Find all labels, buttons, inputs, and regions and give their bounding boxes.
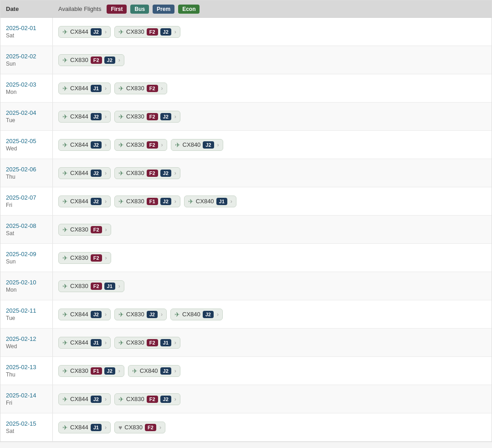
chevron-right-icon: › bbox=[105, 170, 107, 176]
flight-number: CX830 bbox=[126, 396, 144, 402]
class-badge-f: F2 bbox=[91, 254, 102, 262]
bus-badge: Bus bbox=[130, 5, 149, 14]
date-cell: 2025-02-11Tue bbox=[0, 300, 53, 328]
flight-pill[interactable]: ✈CX840J1› bbox=[184, 196, 236, 207]
flights-cell: ✈CX844J2›✈CX830F2J2› bbox=[53, 385, 492, 413]
plane-icon: ✈ bbox=[62, 85, 68, 92]
flights-cell: ✈CX844J2›✈CX830F2J2› bbox=[53, 103, 492, 130]
flight-pill[interactable]: ✈CX844J2› bbox=[58, 26, 111, 38]
date-link[interactable]: 2025-02-07 bbox=[6, 194, 36, 201]
chevron-right-icon: › bbox=[105, 142, 107, 148]
class-badge-j: J2 bbox=[91, 170, 102, 177]
date-link[interactable]: 2025-02-02 bbox=[6, 53, 36, 60]
plane-icon: ✈ bbox=[62, 28, 68, 36]
flight-pill[interactable]: ✈CX840J2› bbox=[128, 365, 180, 377]
class-badge-f: F2 bbox=[147, 113, 158, 120]
date-link[interactable]: 2025-02-01 bbox=[6, 25, 36, 31]
date-cell: 2025-02-10Mon bbox=[0, 272, 53, 300]
class-badge-j: J2 bbox=[160, 28, 171, 36]
flight-pill[interactable]: ✈CX830F2J2› bbox=[114, 167, 180, 179]
plane-icon: ✈ bbox=[118, 28, 124, 36]
flight-pill[interactable]: ✈CX830F2› bbox=[58, 252, 111, 264]
plane-icon: ✈ bbox=[62, 226, 68, 233]
flight-pill[interactable]: ✈CX844J2› bbox=[58, 167, 111, 179]
flight-pill[interactable]: ✈CX830F2J2› bbox=[114, 111, 180, 123]
table-row: 2025-02-07Fri✈CX844J2›✈CX830F1J2›✈CX840J… bbox=[0, 187, 492, 216]
flights-cell: ✈CX830F2J2› bbox=[53, 46, 492, 74]
flights-cell: ✈CX830F2› bbox=[53, 216, 492, 243]
flight-number: CX830 bbox=[126, 311, 144, 318]
plane-icon: ✈ bbox=[188, 198, 194, 205]
date-link[interactable]: 2025-02-06 bbox=[6, 166, 36, 173]
chevron-right-icon: › bbox=[105, 340, 107, 346]
flight-number: CX830 bbox=[126, 141, 144, 148]
flight-number: CX844 bbox=[70, 28, 88, 35]
chevron-right-icon: › bbox=[105, 396, 107, 402]
flight-number: CX844 bbox=[70, 339, 88, 346]
flight-pill[interactable]: ✈CX830F2J1› bbox=[114, 337, 180, 349]
date-cell: 2025-02-15Sat bbox=[0, 413, 53, 441]
flight-pill[interactable]: ✈CX830F2J2› bbox=[114, 393, 180, 405]
plane-icon: ✈ bbox=[62, 113, 68, 120]
day-label: Sat bbox=[6, 32, 14, 39]
chevron-right-icon: › bbox=[118, 368, 120, 374]
flight-pill[interactable]: ✈CX830F2J2› bbox=[58, 54, 124, 66]
flights-column-header: Available Flights First Bus Prem Econ bbox=[58, 5, 486, 14]
class-badge-f: F2 bbox=[147, 85, 158, 92]
flights-cell: ✈CX844J2›✈CX830J2›✈CX840J2› bbox=[53, 300, 492, 328]
flight-pill[interactable]: ✈CX840J2› bbox=[170, 309, 223, 320]
flight-pill[interactable]: ♥CX830F2› bbox=[114, 422, 165, 433]
date-link[interactable]: 2025-02-13 bbox=[6, 364, 36, 371]
flight-number: CX830 bbox=[124, 424, 143, 431]
flight-pill[interactable]: ✈CX840J2› bbox=[171, 139, 223, 151]
flight-number: CX844 bbox=[70, 85, 88, 92]
chevron-right-icon: › bbox=[174, 198, 176, 205]
class-badge-f: F2 bbox=[147, 339, 158, 346]
date-link[interactable]: 2025-02-10 bbox=[6, 279, 36, 286]
flight-pill[interactable]: ✈CX844J1› bbox=[58, 82, 111, 94]
class-badge-f: F2 bbox=[147, 28, 158, 36]
flight-pill[interactable]: ✈CX830F2J1› bbox=[58, 280, 124, 292]
table-row: 2025-02-05Wed✈CX844J2›✈CX830F2›✈CX840J2› bbox=[0, 131, 492, 159]
prem-badge: Prem bbox=[153, 5, 174, 14]
plane-icon: ✈ bbox=[175, 141, 180, 149]
flight-pill[interactable]: ✈CX844J2› bbox=[58, 196, 111, 207]
flight-pill[interactable]: ✈CX830F1J2› bbox=[114, 196, 180, 207]
date-column-header: Date bbox=[6, 5, 58, 12]
day-label: Fri bbox=[6, 400, 12, 406]
flight-pill[interactable]: ✈CX830J2› bbox=[114, 309, 167, 320]
chevron-right-icon: › bbox=[105, 311, 107, 318]
date-link[interactable]: 2025-02-04 bbox=[6, 109, 36, 116]
flight-pill[interactable]: ✈CX844J2› bbox=[58, 139, 111, 151]
class-badge-f: F2 bbox=[91, 226, 102, 233]
plane-icon: ✈ bbox=[118, 396, 124, 403]
flight-pill[interactable]: ✈CX844J1› bbox=[58, 422, 111, 433]
date-link[interactable]: 2025-02-08 bbox=[6, 222, 36, 229]
flight-pill[interactable]: ✈CX844J2› bbox=[58, 111, 111, 123]
chevron-right-icon: › bbox=[105, 29, 107, 35]
flight-pill[interactable]: ✈CX830F2› bbox=[114, 139, 167, 151]
flight-number: CX840 bbox=[183, 141, 201, 148]
plane-icon: ✈ bbox=[62, 57, 68, 64]
date-link[interactable]: 2025-02-09 bbox=[6, 251, 36, 257]
flights-cell: ✈CX844J2›✈CX830F2J2› bbox=[53, 18, 492, 46]
flight-pill[interactable]: ✈CX844J1› bbox=[58, 337, 111, 349]
class-badge-j: J2 bbox=[160, 113, 171, 120]
chevron-right-icon: › bbox=[174, 29, 176, 35]
date-link[interactable]: 2025-02-11 bbox=[6, 307, 36, 314]
day-label: Sun bbox=[6, 61, 15, 67]
flight-pill[interactable]: ✈CX844J2› bbox=[58, 393, 111, 405]
date-link[interactable]: 2025-02-15 bbox=[6, 420, 36, 427]
date-link[interactable]: 2025-02-03 bbox=[6, 81, 36, 88]
date-link[interactable]: 2025-02-05 bbox=[6, 138, 36, 144]
date-link[interactable]: 2025-02-12 bbox=[6, 335, 36, 342]
flight-pill[interactable]: ✈CX830F2J2› bbox=[114, 26, 180, 38]
flight-pill[interactable]: ✈CX830F2› bbox=[114, 82, 167, 94]
flights-cell: ✈CX844J2›✈CX830F1J2›✈CX840J1› bbox=[53, 187, 492, 215]
flight-pill[interactable]: ✈CX830F1J2› bbox=[58, 365, 124, 377]
flight-pill[interactable]: ✈CX844J2› bbox=[58, 309, 111, 320]
table-row: 2025-02-08Sat✈CX830F2› bbox=[0, 216, 492, 244]
date-link[interactable]: 2025-02-14 bbox=[6, 392, 36, 399]
flight-pill[interactable]: ✈CX830F2› bbox=[58, 224, 111, 236]
flight-number: CX844 bbox=[70, 424, 88, 431]
